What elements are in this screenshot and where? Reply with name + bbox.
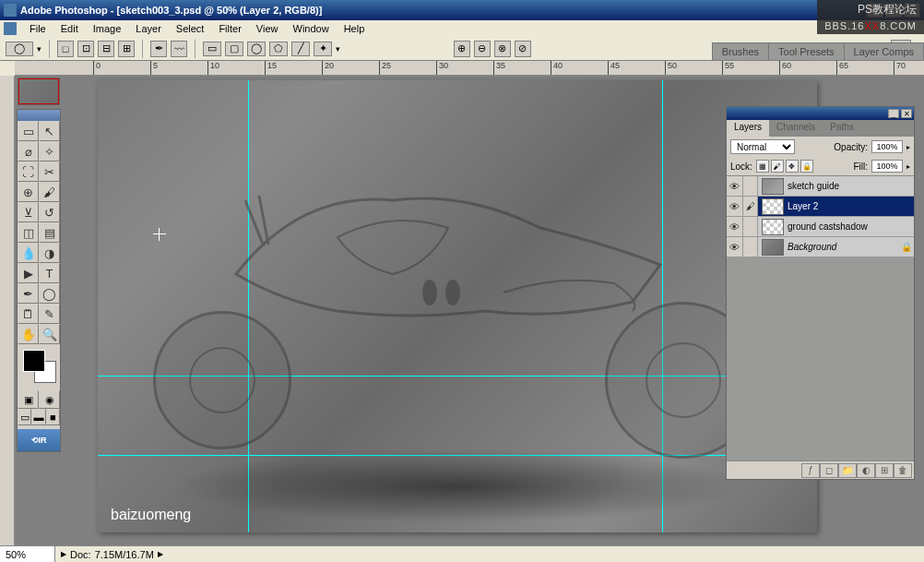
selection-intersect[interactable]: ⊞ (118, 41, 135, 57)
opt-combine-intersect[interactable]: ⊗ (494, 41, 511, 57)
layer-name-label[interactable]: sketch guide (788, 181, 914, 191)
menu-edit[interactable]: Edit (53, 21, 86, 36)
opt-freeform[interactable]: 〰 (171, 41, 187, 57)
navigator-thumbnail[interactable] (18, 78, 60, 105)
menu-window[interactable]: Window (286, 21, 337, 36)
tool-healing[interactable]: ⊕ (18, 182, 39, 202)
status-zoom[interactable]: 50% (0, 546, 55, 562)
tool-notes[interactable]: 🗒 (18, 304, 39, 324)
lock-pixels[interactable]: 🖌 (771, 160, 784, 173)
fill-flyout[interactable]: ▸ (906, 162, 910, 171)
ruler-vertical[interactable] (0, 76, 15, 545)
palette-tab-layer-comps[interactable]: Layer Comps (844, 42, 924, 60)
layer-link-cell[interactable]: 🖌 (743, 197, 758, 216)
opt-pen[interactable]: ✒ (150, 41, 167, 57)
tool-history-brush[interactable]: ↺ (39, 202, 60, 222)
layer-thumbnail[interactable] (762, 178, 784, 195)
tool-move[interactable]: ↖ (39, 121, 60, 141)
layer-link-cell[interactable] (743, 217, 758, 236)
tool-magic-wand[interactable]: ✧ (39, 141, 60, 161)
tool-zoom[interactable]: 🔍 (39, 324, 60, 344)
layer-link-cell[interactable] (743, 237, 758, 257)
shape-custom[interactable]: ✦ (314, 42, 332, 56)
tool-crop[interactable]: ⛶ (18, 161, 39, 182)
tab-paths[interactable]: Paths (823, 120, 861, 137)
tool-preset-picker[interactable]: ◯ (6, 42, 33, 56)
tool-type[interactable]: T (39, 263, 60, 283)
layer-visibility-icon[interactable]: 👁 (727, 217, 743, 236)
layer-mask-button[interactable]: ◻ (820, 463, 838, 478)
selection-add[interactable]: ⊡ (77, 41, 94, 57)
tool-pen[interactable]: ✒ (18, 283, 39, 304)
panel-close[interactable]: ✕ (901, 109, 912, 118)
opt-combine-add[interactable]: ⊕ (454, 41, 470, 57)
menu-image[interactable]: Image (86, 21, 129, 36)
screen-mode-standard[interactable]: ▭ (18, 409, 31, 425)
selection-new[interactable]: □ (57, 41, 74, 57)
layer-visibility-icon[interactable]: 👁 (727, 176, 743, 196)
lock-transparent[interactable]: ▦ (756, 160, 769, 173)
menu-view[interactable]: View (249, 21, 286, 36)
menu-filter[interactable]: Filter (211, 21, 248, 36)
tool-marquee[interactable]: ▭ (18, 121, 39, 141)
edit-mode-quickmask[interactable]: ◉ (39, 390, 60, 409)
menu-select[interactable]: Select (169, 21, 212, 36)
tool-eraser[interactable]: ◫ (18, 222, 39, 243)
new-layer-button[interactable]: ⊞ (875, 463, 894, 478)
tool-stamp[interactable]: ⊻ (18, 202, 39, 222)
edit-mode-standard[interactable]: ▣ (18, 390, 39, 409)
layer-name-label[interactable]: Background (788, 242, 901, 252)
layer-name-label[interactable]: ground castshadow (788, 221, 914, 232)
layer-thumbnail[interactable] (762, 219, 784, 235)
shape-rect[interactable]: ▭ (203, 42, 221, 56)
ruler-horizontal[interactable]: 051015202530354045505560657075 (15, 61, 924, 76)
status-menu-icon[interactable]: ▶ (158, 550, 163, 558)
tab-layers[interactable]: Layers (727, 120, 769, 137)
menu-file[interactable]: File (22, 21, 53, 36)
tool-hand[interactable]: ✋ (18, 324, 39, 344)
layer-row[interactable]: 👁 🖌 Layer 2 (727, 197, 914, 217)
opt-combine-subtract[interactable]: ⊖ (474, 41, 491, 57)
jump-to-imageready[interactable]: ⟲IR (18, 429, 60, 451)
layer-row[interactable]: 👁 ground castshadow (727, 217, 914, 237)
layer-style-button[interactable]: ƒ (801, 463, 820, 478)
tool-brush[interactable]: 🖌 (39, 182, 60, 202)
status-flyout-icon[interactable]: ▶ (61, 550, 66, 558)
blend-mode-select[interactable]: Normal (730, 139, 795, 154)
tool-blur[interactable]: 💧 (18, 243, 39, 263)
new-set-button[interactable]: 📁 (838, 463, 857, 478)
toolbox-drag-handle[interactable] (18, 110, 60, 121)
tool-dodge[interactable]: ◑ (39, 243, 60, 263)
shape-ellipse[interactable]: ◯ (247, 42, 266, 56)
tool-lasso[interactable]: ⌀ (18, 141, 39, 161)
layers-empty-area[interactable] (727, 257, 914, 460)
panel-minimize[interactable]: _ (888, 109, 899, 118)
tab-channels[interactable]: Channels (769, 120, 823, 137)
lock-position[interactable]: ✥ (786, 160, 799, 173)
menu-layer[interactable]: Layer (128, 21, 169, 36)
shape-roundrect[interactable]: ▢ (225, 42, 243, 56)
canvas[interactable]: baizuomeng (98, 80, 817, 532)
adjustment-layer-button[interactable]: ◐ (857, 463, 875, 478)
screen-mode-full[interactable]: ■ (46, 409, 60, 425)
menu-help[interactable]: Help (337, 21, 373, 36)
shape-line[interactable]: ╱ (291, 42, 310, 56)
shape-polygon[interactable]: ⬠ (269, 42, 288, 56)
delete-layer-button[interactable]: 🗑 (894, 463, 912, 478)
fill-input[interactable] (871, 160, 903, 173)
tool-eyedropper[interactable]: ✎ (39, 304, 60, 324)
status-doc-size[interactable]: ▶ Doc: 7.15M/16.7M ▶ (55, 549, 163, 560)
opacity-flyout[interactable]: ▸ (906, 143, 910, 151)
layer-thumbnail[interactable] (762, 198, 784, 215)
screen-mode-full-menubar[interactable]: ▬ (31, 409, 45, 425)
opacity-input[interactable] (871, 140, 903, 153)
tool-slice[interactable]: ✂ (39, 161, 60, 182)
palette-tab-brushes[interactable]: Brushes (712, 42, 769, 60)
selection-subtract[interactable]: ⊟ (98, 41, 114, 57)
opt-combine-exclude[interactable]: ⊘ (515, 41, 531, 57)
layer-thumbnail[interactable] (762, 239, 784, 256)
panel-drag-handle[interactable]: _ ✕ (727, 107, 914, 120)
palette-tab-tool-presets[interactable]: Tool Presets (768, 42, 845, 60)
layer-row[interactable]: 👁 sketch guide (727, 176, 914, 197)
layer-row[interactable]: 👁 Background 🔒 (727, 237, 914, 257)
